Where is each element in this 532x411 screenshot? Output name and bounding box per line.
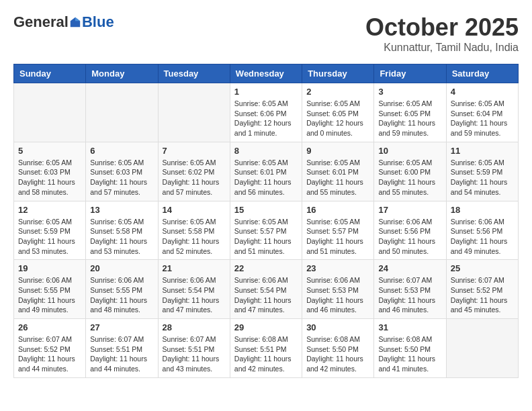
- weekday-header-saturday: Saturday: [446, 64, 518, 83]
- day-info: Sunrise: 6:05 AM Sunset: 6:03 PM Dayligh…: [18, 158, 81, 197]
- day-info: Sunrise: 6:06 AM Sunset: 5:56 PM Dayligh…: [378, 217, 441, 257]
- weekday-header-monday: Monday: [86, 64, 158, 83]
- logo-blue-text: Blue: [82, 13, 114, 31]
- day-info: Sunrise: 6:07 AM Sunset: 5:52 PM Dayligh…: [451, 275, 514, 315]
- calendar-week-5: 26Sunrise: 6:07 AM Sunset: 5:52 PM Dayli…: [14, 319, 519, 378]
- calendar-cell: 4Sunrise: 6:05 AM Sunset: 6:04 PM Daylig…: [446, 83, 518, 142]
- calendar-cell: 3Sunrise: 6:05 AM Sunset: 6:05 PM Daylig…: [374, 83, 446, 142]
- day-info: Sunrise: 6:05 AM Sunset: 5:57 PM Dayligh…: [234, 217, 298, 257]
- day-info: Sunrise: 6:06 AM Sunset: 5:54 PM Dayligh…: [163, 275, 226, 315]
- calendar-cell: 31Sunrise: 6:08 AM Sunset: 5:50 PM Dayli…: [374, 319, 446, 378]
- calendar-table: SundayMondayTuesdayWednesdayThursdayFrid…: [13, 64, 519, 378]
- calendar-cell: 18Sunrise: 6:06 AM Sunset: 5:56 PM Dayli…: [446, 201, 518, 260]
- day-number: 15: [234, 205, 298, 215]
- day-number: 19: [18, 263, 81, 273]
- day-info: Sunrise: 6:05 AM Sunset: 6:01 PM Dayligh…: [306, 158, 369, 197]
- calendar-cell: 19Sunrise: 6:06 AM Sunset: 5:55 PM Dayli…: [14, 260, 86, 319]
- calendar-cell: 21Sunrise: 6:06 AM Sunset: 5:54 PM Dayli…: [158, 260, 230, 319]
- calendar-cell: [446, 319, 518, 378]
- day-number: 13: [90, 205, 153, 215]
- day-info: Sunrise: 6:06 AM Sunset: 5:54 PM Dayligh…: [234, 275, 298, 315]
- calendar-cell: 11Sunrise: 6:05 AM Sunset: 5:59 PM Dayli…: [446, 142, 518, 201]
- calendar-cell: 7Sunrise: 6:05 AM Sunset: 6:02 PM Daylig…: [158, 142, 230, 201]
- day-number: 2: [306, 87, 369, 97]
- svg-marker-1: [75, 17, 80, 21]
- calendar-cell: 16Sunrise: 6:05 AM Sunset: 5:57 PM Dayli…: [302, 201, 374, 260]
- day-number: 16: [306, 205, 369, 215]
- calendar-cell: 17Sunrise: 6:06 AM Sunset: 5:56 PM Dayli…: [374, 201, 446, 260]
- day-info: Sunrise: 6:08 AM Sunset: 5:51 PM Dayligh…: [234, 334, 298, 374]
- day-number: 22: [234, 263, 298, 273]
- calendar-cell: 9Sunrise: 6:05 AM Sunset: 6:01 PM Daylig…: [302, 142, 374, 201]
- day-number: 20: [90, 263, 153, 273]
- day-number: 3: [378, 87, 441, 97]
- day-number: 4: [451, 87, 514, 97]
- day-info: Sunrise: 6:05 AM Sunset: 6:02 PM Dayligh…: [163, 158, 226, 197]
- calendar-week-1: 1Sunrise: 6:05 AM Sunset: 6:06 PM Daylig…: [14, 83, 519, 142]
- calendar-week-4: 19Sunrise: 6:06 AM Sunset: 5:55 PM Dayli…: [14, 260, 519, 319]
- day-info: Sunrise: 6:07 AM Sunset: 5:53 PM Dayligh…: [378, 275, 441, 315]
- day-number: 1: [234, 87, 298, 97]
- day-info: Sunrise: 6:05 AM Sunset: 6:05 PM Dayligh…: [306, 99, 369, 138]
- day-info: Sunrise: 6:06 AM Sunset: 5:53 PM Dayligh…: [306, 275, 369, 315]
- day-number: 8: [234, 146, 298, 156]
- day-number: 26: [18, 322, 81, 332]
- day-number: 5: [18, 146, 81, 156]
- calendar-cell: 30Sunrise: 6:08 AM Sunset: 5:50 PM Dayli…: [302, 319, 374, 378]
- calendar-cell: [14, 83, 86, 142]
- page-header: General Blue October 2025 Kunnattur, Tam…: [13, 13, 519, 54]
- day-number: 24: [378, 263, 441, 273]
- day-info: Sunrise: 6:08 AM Sunset: 5:50 PM Dayligh…: [306, 334, 369, 374]
- calendar-cell: 28Sunrise: 6:07 AM Sunset: 5:51 PM Dayli…: [158, 319, 230, 378]
- day-number: 25: [451, 263, 514, 273]
- calendar-cell: 23Sunrise: 6:06 AM Sunset: 5:53 PM Dayli…: [302, 260, 374, 319]
- day-number: 18: [451, 205, 514, 215]
- day-number: 11: [451, 146, 514, 156]
- calendar-cell: 12Sunrise: 6:05 AM Sunset: 5:59 PM Dayli…: [14, 201, 86, 260]
- day-info: Sunrise: 6:07 AM Sunset: 5:51 PM Dayligh…: [163, 334, 226, 374]
- day-number: 9: [306, 146, 369, 156]
- calendar-cell: 5Sunrise: 6:05 AM Sunset: 6:03 PM Daylig…: [14, 142, 86, 201]
- calendar-cell: 15Sunrise: 6:05 AM Sunset: 5:57 PM Dayli…: [230, 201, 302, 260]
- calendar-cell: 22Sunrise: 6:06 AM Sunset: 5:54 PM Dayli…: [230, 260, 302, 319]
- calendar-cell: 1Sunrise: 6:05 AM Sunset: 6:06 PM Daylig…: [230, 83, 302, 142]
- day-info: Sunrise: 6:05 AM Sunset: 5:57 PM Dayligh…: [306, 217, 369, 257]
- day-info: Sunrise: 6:05 AM Sunset: 5:58 PM Dayligh…: [90, 217, 153, 257]
- day-info: Sunrise: 6:05 AM Sunset: 6:04 PM Dayligh…: [451, 99, 514, 138]
- day-number: 17: [378, 205, 441, 215]
- location-text: Kunnattur, Tamil Nadu, India: [365, 42, 519, 54]
- calendar-cell: 6Sunrise: 6:05 AM Sunset: 6:03 PM Daylig…: [86, 142, 158, 201]
- calendar-cell: 25Sunrise: 6:07 AM Sunset: 5:52 PM Dayli…: [446, 260, 518, 319]
- calendar-cell: 27Sunrise: 6:07 AM Sunset: 5:51 PM Dayli…: [86, 319, 158, 378]
- day-info: Sunrise: 6:07 AM Sunset: 5:52 PM Dayligh…: [18, 334, 81, 374]
- calendar-week-3: 12Sunrise: 6:05 AM Sunset: 5:59 PM Dayli…: [14, 201, 519, 260]
- calendar-cell: 26Sunrise: 6:07 AM Sunset: 5:52 PM Dayli…: [14, 319, 86, 378]
- title-section: October 2025 Kunnattur, Tamil Nadu, Indi…: [365, 13, 519, 54]
- day-info: Sunrise: 6:05 AM Sunset: 5:59 PM Dayligh…: [451, 158, 514, 197]
- day-info: Sunrise: 6:06 AM Sunset: 5:56 PM Dayligh…: [451, 217, 514, 257]
- calendar-cell: 13Sunrise: 6:05 AM Sunset: 5:58 PM Dayli…: [86, 201, 158, 260]
- calendar-week-2: 5Sunrise: 6:05 AM Sunset: 6:03 PM Daylig…: [14, 142, 519, 201]
- day-number: 21: [163, 263, 226, 273]
- day-number: 7: [163, 146, 226, 156]
- day-info: Sunrise: 6:05 AM Sunset: 6:06 PM Dayligh…: [234, 99, 298, 138]
- calendar-cell: 2Sunrise: 6:05 AM Sunset: 6:05 PM Daylig…: [302, 83, 374, 142]
- day-info: Sunrise: 6:05 AM Sunset: 6:03 PM Dayligh…: [90, 158, 153, 197]
- day-info: Sunrise: 6:06 AM Sunset: 5:55 PM Dayligh…: [90, 275, 153, 315]
- day-info: Sunrise: 6:05 AM Sunset: 6:01 PM Dayligh…: [234, 158, 298, 197]
- calendar-cell: [86, 83, 158, 142]
- calendar-cell: 24Sunrise: 6:07 AM Sunset: 5:53 PM Dayli…: [374, 260, 446, 319]
- calendar-cell: 14Sunrise: 6:05 AM Sunset: 5:58 PM Dayli…: [158, 201, 230, 260]
- day-number: 27: [90, 322, 153, 332]
- calendar-cell: 29Sunrise: 6:08 AM Sunset: 5:51 PM Dayli…: [230, 319, 302, 378]
- logo-icon: [69, 16, 81, 28]
- weekday-header-tuesday: Tuesday: [158, 64, 230, 83]
- day-info: Sunrise: 6:08 AM Sunset: 5:50 PM Dayligh…: [378, 334, 441, 374]
- day-info: Sunrise: 6:06 AM Sunset: 5:55 PM Dayligh…: [18, 275, 81, 315]
- calendar-cell: 20Sunrise: 6:06 AM Sunset: 5:55 PM Dayli…: [86, 260, 158, 319]
- weekday-header-wednesday: Wednesday: [230, 64, 302, 83]
- day-info: Sunrise: 6:07 AM Sunset: 5:51 PM Dayligh…: [90, 334, 153, 374]
- weekday-header-friday: Friday: [374, 64, 446, 83]
- logo-general-text: General: [13, 13, 69, 31]
- day-number: 6: [90, 146, 153, 156]
